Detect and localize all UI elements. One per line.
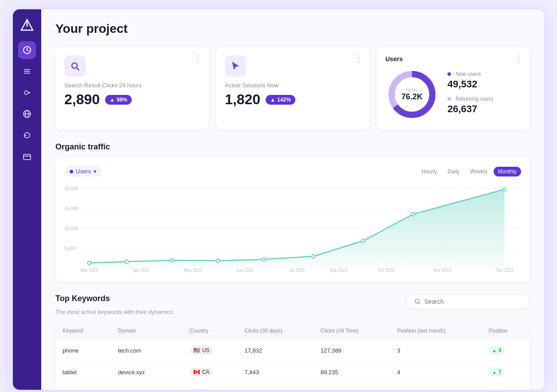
app-container: Your project ⋮ Search Result Clicks 24 h… — [12, 9, 545, 390]
users-filter-btn[interactable]: Users ▾ — [64, 166, 102, 177]
users-filter-label: Users — [76, 168, 91, 175]
svg-line-43 — [419, 303, 420, 304]
search-clicks-card: ⋮ Search Result Clicks 24 hours 2,890 ▲ … — [55, 47, 209, 130]
filter-daily[interactable]: Daily — [443, 167, 464, 176]
search-input[interactable] — [424, 298, 522, 305]
cell-clicks-all: 89,235 — [314, 361, 390, 383]
page-title: Your project — [55, 22, 530, 36]
svg-text:Oct 2023: Oct 2023 — [378, 268, 395, 273]
returning-users-stat: Returning users 26,637 — [447, 94, 521, 115]
sidebar-item-refresh[interactable] — [18, 126, 36, 144]
cell-clicks-30: 4,174 — [237, 383, 313, 390]
chart-controls: Users ▾ Hourly Daily Weekly Monthly — [64, 166, 521, 177]
keywords-table: Keyword Domain Country Clicks (30 days) … — [55, 322, 530, 390]
users-card-title: Users — [385, 55, 521, 63]
svg-text:Apr 2023: Apr 2023 — [133, 268, 149, 273]
country-code: CA — [202, 369, 210, 375]
sidebar-item-globe[interactable] — [18, 105, 36, 123]
keywords-search-box[interactable] — [406, 294, 530, 309]
cell-country: 🇺🇸 US — [183, 340, 238, 361]
svg-text:Sep 2023: Sep 2023 — [329, 268, 347, 273]
table-header-row: Keyword Domain Country Clicks (30 days) … — [55, 322, 530, 340]
th-clicks-30: Clicks (30 days) — [237, 322, 313, 340]
filter-monthly[interactable]: Monthly — [494, 167, 521, 176]
svg-point-24 — [87, 261, 90, 265]
new-users-value: 49,532 — [447, 78, 521, 90]
chart-card: Users ▾ Hourly Daily Weekly Monthly — [55, 157, 530, 282]
search-clicks-label: Search Result Clicks 24 hours — [64, 82, 200, 89]
organic-traffic-chart: 20,000 15,000 10,000 5,000 — [64, 184, 521, 273]
sidebar-item-card[interactable] — [18, 148, 36, 165]
cell-clicks-all: 62,302 — [314, 383, 390, 390]
svg-rect-3 — [24, 69, 30, 70]
keywords-subtitle: The most active keywords with their dyna… — [55, 309, 173, 315]
users-stats: New users 49,532 Returning users 26,637 — [447, 70, 521, 119]
cell-keyword: phone — [55, 340, 111, 361]
svg-rect-12 — [24, 154, 31, 160]
badge-arrow-sessions: ▲ — [270, 97, 275, 103]
cell-keyword: tablet — [55, 361, 111, 383]
new-users-dot — [447, 72, 451, 76]
search-icon — [414, 298, 421, 305]
search-clicks-value-row: 2,890 ▲ 98% — [64, 91, 200, 108]
svg-text:Jul 2023: Jul 2023 — [289, 268, 305, 273]
active-sessions-value-row: 1,820 ▲ 142% — [225, 91, 361, 108]
th-domain: Domain — [111, 322, 183, 340]
search-clicks-badge: ▲ 98% — [105, 95, 132, 105]
cell-domain: smartstore.co — [111, 383, 183, 390]
card-menu-sessions[interactable]: ⋮ — [354, 54, 362, 63]
svg-text:20,000: 20,000 — [64, 186, 78, 191]
flag-icon: 🇨🇦 — [193, 369, 200, 375]
cell-country: 🇨🇦 CA — [183, 361, 238, 383]
cell-clicks-30: 17,832 — [237, 340, 313, 361]
cell-domain: tech.com — [111, 340, 183, 361]
svg-text:Nov 2023: Nov 2023 — [433, 268, 451, 273]
new-users-label: New users — [455, 71, 481, 77]
cell-position: ▲ 7 — [482, 361, 530, 383]
card-menu-users[interactable]: ⋮ — [515, 54, 523, 63]
sidebar-item-history[interactable] — [18, 41, 36, 59]
time-filters: Hourly Daily Weekly Monthly — [417, 167, 521, 176]
search-card-icon — [64, 55, 86, 77]
users-card: ⋮ Users TOTAL 76.2K — [377, 47, 530, 130]
th-position-last: Position (last month) — [390, 322, 482, 340]
th-country: Country — [183, 322, 238, 340]
keywords-title: Top Keywords — [55, 294, 173, 303]
svg-point-25 — [125, 260, 128, 263]
th-clicks-all: Clicks (All Time) — [314, 322, 390, 340]
svg-point-31 — [412, 212, 415, 216]
position-badge: ▲ 4 — [489, 346, 505, 355]
active-sessions-value: 1,820 — [225, 91, 260, 108]
donut-total-value: 76.2K — [401, 92, 423, 102]
filter-weekly[interactable]: Weekly — [466, 167, 492, 176]
keywords-title-block: Top Keywords The most active keywords wi… — [55, 294, 173, 315]
country-badge: 🇨🇦 CA — [190, 368, 213, 376]
svg-point-6 — [24, 91, 28, 94]
svg-text:5,000: 5,000 — [64, 246, 76, 251]
sidebar — [13, 9, 41, 390]
main-content: Your project ⋮ Search Result Clicks 24 h… — [41, 9, 544, 390]
filter-hourly[interactable]: Hourly — [417, 167, 441, 176]
returning-users-dot — [447, 97, 451, 101]
svg-point-28 — [262, 258, 265, 261]
svg-text:10,000: 10,000 — [64, 226, 78, 231]
svg-text:Mar 2023: Mar 2023 — [80, 268, 98, 273]
cell-clicks-all: 127,389 — [314, 340, 390, 361]
users-card-inner: TOTAL 76.2K New users 49,532 — [385, 68, 521, 121]
new-users-stat: New users 49,532 — [447, 70, 521, 90]
country-badge: 🇺🇸 US — [190, 346, 213, 355]
cell-position-last: 2 — [390, 383, 482, 390]
flag-icon: 🇺🇸 — [193, 347, 200, 353]
sidebar-item-menu[interactable] — [18, 63, 36, 80]
svg-text:Dec 2023: Dec 2023 — [496, 268, 514, 273]
keywords-tbody: phone tech.com 🇺🇸 US 17,832 127,389 3 ▲ … — [55, 340, 530, 390]
active-sessions-card: ⋮ Active Sessions Now 1,820 ▲ 142% — [216, 47, 369, 130]
users-filter-dot — [70, 170, 73, 173]
active-sessions-badge: ▲ 142% — [266, 95, 295, 105]
sidebar-item-keys[interactable] — [18, 84, 36, 102]
returning-users-label: Returning users — [455, 96, 493, 102]
search-clicks-value: 2,890 — [64, 91, 100, 108]
trend-arrow: ▲ — [492, 370, 497, 375]
dropdown-chevron: ▾ — [94, 168, 97, 175]
card-menu-search[interactable]: ⋮ — [194, 54, 202, 63]
